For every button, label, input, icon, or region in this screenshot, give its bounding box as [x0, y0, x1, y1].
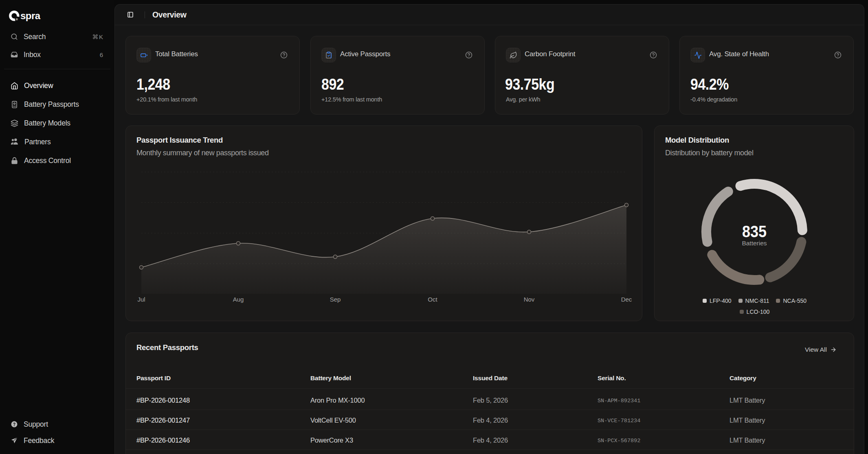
svg-text:835: 835: [742, 223, 767, 240]
svg-text:Jul: Jul: [137, 296, 145, 303]
svg-text:Nov: Nov: [524, 296, 535, 303]
svg-text:Oct: Oct: [428, 296, 437, 303]
svg-text:Dec: Dec: [621, 296, 632, 303]
svg-text:Sep: Sep: [330, 296, 341, 303]
svg-text:Aug: Aug: [233, 296, 244, 303]
svg-text:Batteries: Batteries: [742, 240, 767, 247]
